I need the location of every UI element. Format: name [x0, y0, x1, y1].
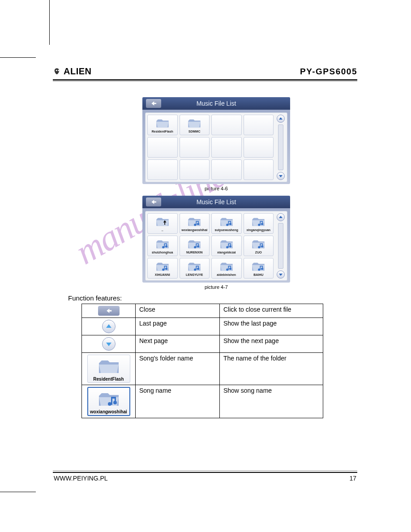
cell-label: XIHUANNI — [148, 273, 177, 278]
feature-icon-cell — [82, 335, 136, 353]
chevron-down-icon — [105, 340, 112, 348]
music-folder-icon — [219, 261, 234, 273]
header-rule-thick — [53, 79, 357, 80]
table-row: woxiangwoshihai Song name Show song name — [82, 385, 323, 418]
grid-cell-empty[interactable] — [211, 159, 242, 180]
feature-desc: Show song name — [219, 385, 323, 418]
grid-cell-song[interactable]: suiyuewusheng — [211, 213, 242, 234]
grid-cell-empty[interactable] — [211, 115, 242, 135]
device-titlebar: Music File List — [142, 196, 290, 208]
cell-label: suiyuewusheng — [212, 228, 241, 233]
feature-desc: The name of the folder — [219, 353, 323, 385]
table-row: ResidentFlash Song's folder name The nam… — [82, 353, 323, 385]
cell-label: xiangxidezai — [212, 250, 241, 256]
music-folder-icon — [187, 216, 202, 228]
grid-cell-empty[interactable] — [244, 137, 274, 158]
next-page-button-sample — [102, 337, 116, 351]
grid-cell-empty[interactable] — [211, 137, 242, 158]
scroll-down-button[interactable] — [277, 172, 285, 180]
footer-url: WWW.PEIYING.PL — [54, 475, 108, 482]
cell-label: shuizhonghua — [148, 250, 177, 256]
model-number: PY-GPS6005 — [300, 67, 357, 77]
device-titlebar: Music File List — [142, 97, 290, 110]
cell-label: SDMMC — [180, 129, 210, 135]
features-table: Close Click to close current file Last p… — [81, 304, 323, 418]
scroll-sidebar — [276, 213, 285, 279]
scroll-down-button[interactable] — [277, 270, 285, 279]
music-folder-icon — [96, 390, 121, 408]
grid-cell-parent[interactable]: .. — [147, 213, 178, 234]
grid-cell-song[interactable]: xinganqingyuan — [244, 213, 274, 234]
page-number: 17 — [349, 475, 356, 482]
table-row: Close Click to close current file — [82, 304, 323, 318]
close-button-sample — [98, 306, 120, 316]
cell-label: ResidentFlash — [148, 129, 177, 135]
sample-label: woxiangwoshihai — [90, 409, 127, 414]
arrow-left-icon — [150, 100, 157, 107]
folder-icon — [187, 118, 202, 129]
chevron-up-icon — [105, 323, 112, 330]
arrow-left-icon — [150, 199, 157, 205]
crop-mark-top — [49, 0, 50, 45]
chevron-up-icon — [278, 215, 283, 219]
grid-cell-residentflash[interactable]: ResidentFlash — [147, 115, 178, 135]
feature-name: Song's folder name — [136, 353, 220, 385]
brand-logo: ALIEN — [53, 66, 92, 77]
scroll-track[interactable] — [278, 124, 283, 170]
scroll-track[interactable] — [278, 223, 283, 269]
device-panel: .. woxiangwoshihai suiyuewusheng xinganq… — [145, 211, 287, 281]
music-folder-icon — [251, 239, 266, 250]
music-folder-icon — [155, 239, 170, 250]
grid-cell-song[interactable]: woxiangwoshihai — [180, 213, 210, 234]
crop-mark-left-top — [0, 57, 36, 58]
device-panel: ResidentFlash SDMMC — [145, 112, 287, 182]
page-content: manualsline.com Music File List Resident… — [53, 81, 357, 418]
grid-cell-song[interactable]: XIHUANNI — [147, 258, 178, 279]
cell-label: aidebinishen — [212, 273, 241, 278]
cell-label: ZUO — [244, 250, 274, 256]
music-folder-icon — [187, 239, 202, 250]
screenshot-4-7: Music File List .. woxiangwoshihai suiyu… — [142, 196, 290, 283]
grid-cell-song[interactable]: LENGYUYE — [180, 258, 210, 279]
page-header: ALIEN PY-GPS6005 — [53, 66, 357, 78]
scroll-up-button[interactable] — [277, 213, 285, 221]
screenshot-4-6: Music File List ResidentFlash SDMMC — [142, 97, 290, 184]
cell-label: xinganqingyuan — [244, 228, 274, 233]
feature-desc: Show the last page — [219, 318, 323, 335]
chevron-up-icon — [278, 116, 283, 121]
grid-cell-empty[interactable] — [147, 159, 178, 180]
page-footer: WWW.PEIYING.PL 17 — [53, 473, 357, 482]
table-row: Next page Show the next page — [82, 335, 323, 353]
feature-icon-cell — [82, 318, 136, 335]
device-title: Music File List — [197, 198, 236, 206]
cell-label: NURENXIN — [180, 250, 210, 256]
scroll-up-button[interactable] — [277, 115, 285, 123]
grid-cell-empty[interactable] — [180, 137, 210, 158]
grid-cell-empty[interactable] — [147, 137, 178, 158]
folder-up-icon — [155, 216, 170, 228]
grid-cell-song[interactable]: aidebinishen — [211, 258, 242, 279]
grid-cell-song[interactable]: xiangxidezai — [211, 236, 242, 256]
feature-icon-cell: woxiangwoshihai — [82, 385, 136, 418]
alien-icon — [53, 68, 61, 76]
music-folder-icon — [251, 261, 266, 273]
grid-cell-song[interactable]: ZUO — [244, 236, 274, 256]
grid-cell-empty[interactable] — [244, 159, 274, 180]
back-button[interactable] — [146, 99, 161, 108]
grid-cell-song[interactable]: NURENXIN — [180, 236, 210, 256]
grid-cell-song[interactable]: BAIHU — [244, 258, 274, 279]
feature-name: Close — [136, 304, 220, 318]
grid-cell-song[interactable]: shuizhonghua — [147, 236, 178, 256]
folder-icon — [96, 358, 121, 376]
grid-cell-sdmmc[interactable]: SDMMC — [180, 115, 210, 135]
back-button[interactable] — [146, 197, 161, 206]
folder-sample: ResidentFlash — [87, 355, 130, 383]
feature-icon-cell — [82, 304, 136, 318]
feature-name: Last page — [136, 318, 220, 335]
grid-cell-empty[interactable] — [244, 115, 274, 135]
chevron-down-icon — [278, 174, 283, 178]
cell-label: woxiangwoshihai — [180, 228, 210, 233]
chevron-down-icon — [278, 272, 283, 277]
song-sample: woxiangwoshihai — [87, 387, 130, 416]
grid-cell-empty[interactable] — [180, 159, 210, 180]
